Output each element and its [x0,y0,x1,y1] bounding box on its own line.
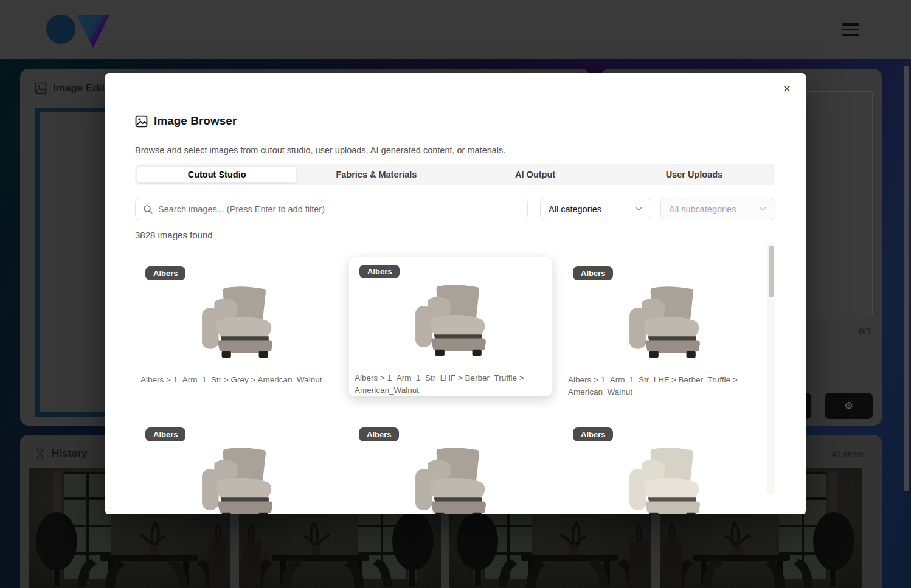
tab-fabrics-materials[interactable]: Fabrics & Materials [297,166,456,183]
image-card[interactable]: Albers Albers > 1_Arm_1_Str > Grey > Ame… [135,259,339,399]
selection-counter: 0/3 [859,327,871,336]
tab-ai-output[interactable]: AI Output [456,166,615,183]
armchair-image [413,441,488,514]
search-icon [143,204,153,214]
collection-badge: Albers [359,427,399,441]
page-scrollbar[interactable] [902,61,910,584]
history-items-count: 48 items [831,449,864,459]
collection-badge: Albers [145,266,185,280]
gear-icon: ⚙ [844,400,853,412]
collection-badge: Albers [573,266,613,280]
card-caption: Albers > 1_Arm_1_Str_LHF > Berber_Truffl… [355,372,547,396]
image-grid: Albers Albers > 1_Arm_1_Str > Grey > Ame… [130,242,762,514]
image-icon [35,82,47,94]
category-select-value: All categories [549,204,601,214]
armchair-image [199,280,275,366]
hourglass-icon [35,448,46,459]
image-card[interactable]: Albers [563,420,762,514]
source-tabs: Cutout Studio Fabrics & Materials AI Out… [135,164,775,185]
image-card[interactable]: Albers [135,420,339,514]
modal-description: Browse and select images from cutout stu… [135,145,505,155]
collection-badge: Albers [573,427,613,441]
chevron-down-icon [635,205,643,213]
image-card[interactable]: Albers Albers > 1_Arm_1_Str_LHF > Berber… [563,259,762,399]
image-card-hovered[interactable]: Albers Albers > 1_Arm_1_Str_LHF > Berber… [348,257,553,396]
app-header [0,0,911,59]
modal-title: Image Browser [154,114,237,128]
grid-scrollbar-thumb[interactable] [769,246,774,297]
grid-scrollbar[interactable] [767,243,775,494]
chevron-down-icon [759,205,767,213]
card-caption: Albers > 1_Arm_1_Str_LHF > Berber_Truffl… [568,374,761,398]
collection-badge: Albers [145,427,185,441]
image-browser-modal: ✕ Image Browser Browse and select images… [105,73,806,514]
tab-cutout-studio[interactable]: Cutout Studio [137,166,297,183]
subcategory-select-value: All subcategories [669,204,736,214]
armchair-image [413,278,488,364]
collection-badge: Albers [359,265,400,278]
results-count: 3828 images found [135,230,213,240]
image-card[interactable]: Albers [348,420,553,514]
armchair-image [199,441,275,514]
close-icon[interactable]: ✕ [779,80,795,98]
armchair-image [627,441,702,514]
tab-user-uploads[interactable]: User Uploads [615,166,774,183]
category-select[interactable]: All categories [540,198,651,220]
subcategory-select[interactable]: All subcategories [660,198,775,220]
image-icon [135,115,148,128]
search-input[interactable] [158,204,520,214]
armchair-image [627,280,702,366]
hamburger-menu-icon[interactable] [842,23,859,36]
brand-logo [46,8,111,50]
search-box [135,198,528,220]
settings-button[interactable]: ⚙ [825,393,873,419]
card-caption: Albers > 1_Arm_1_Str > Grey > American_W… [140,374,334,386]
history-panel-title: History [52,448,88,460]
page-scrollbar-thumb[interactable] [904,66,909,491]
